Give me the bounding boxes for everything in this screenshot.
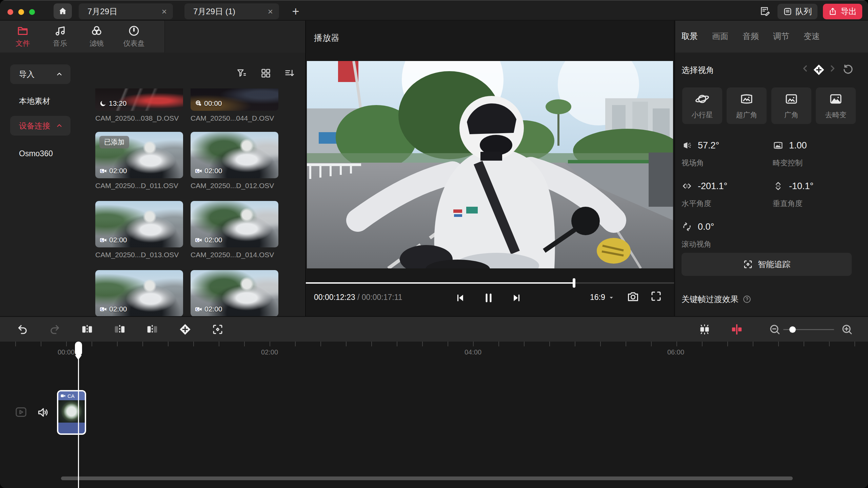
redo-button[interactable] — [49, 323, 61, 336]
media-item[interactable]: 02:00 CAM_20250...D_013.OSV — [95, 201, 183, 259]
zoom-in-button[interactable] — [841, 323, 853, 336]
chevron-right-icon — [827, 63, 837, 74]
folder-icon — [17, 25, 29, 37]
view-mode-ultrawide[interactable]: 超广角 — [727, 87, 767, 124]
playhead[interactable] — [78, 342, 79, 488]
timeline-ruler[interactable] — [15, 342, 868, 346]
snap-toggle-button[interactable] — [698, 323, 711, 336]
queue-button[interactable]: 队列 — [777, 4, 817, 19]
timeline-zoom-slider[interactable] — [783, 329, 834, 330]
library-tab-files[interactable]: 文件 — [4, 25, 41, 48]
export-button[interactable]: 导出 — [823, 4, 862, 19]
zoom-out-button[interactable] — [769, 323, 781, 336]
smart-track-button[interactable]: 智能追踪 — [682, 253, 852, 276]
keyframe-prev-button[interactable] — [800, 63, 810, 74]
360-video-icon — [195, 167, 202, 175]
zoom-window-button[interactable] — [29, 9, 35, 15]
new-tab-button[interactable]: + — [288, 4, 303, 19]
view-mode-planet[interactable]: 小行星 — [682, 87, 722, 124]
keyframe-next-button[interactable] — [827, 63, 837, 74]
timeline-horizontal-scrollbar[interactable] — [61, 476, 793, 480]
device-connect-toggle[interactable]: 设备连接 — [10, 116, 71, 136]
video-track-icon[interactable] — [14, 405, 28, 419]
trim-right-button[interactable] — [146, 323, 159, 336]
view-mode-dewarp[interactable]: 去畸变 — [816, 87, 856, 124]
library-tab-dashboard[interactable]: 仪表盘 — [115, 25, 153, 48]
media-item[interactable]: 00:00 CAM_20250...044_D.OSV — [191, 88, 278, 122]
zoom-slider-knob[interactable] — [789, 326, 796, 333]
trim-left-button[interactable] — [113, 323, 126, 336]
duration-badge: 02:00 — [109, 305, 127, 313]
media-item[interactable]: 02:00 — [95, 270, 183, 316]
sort-media-button[interactable] — [284, 68, 295, 79]
aspect-ratio-dropdown[interactable]: 16:9 — [590, 293, 614, 302]
media-thumbnail: 02:00 — [191, 132, 278, 178]
pause-button[interactable] — [483, 290, 494, 305]
timeline-clip[interactable]: CA — [57, 390, 86, 435]
fov-value-field[interactable]: 57.2° — [682, 140, 719, 151]
grid-view-button[interactable] — [260, 68, 271, 79]
media-item[interactable]: 02:00 — [191, 270, 278, 316]
distortion-image-icon — [773, 140, 784, 151]
media-item[interactable]: 02:00 CAM_20250...D_014.OSV — [191, 201, 278, 259]
pan-label: 水平角度 — [682, 199, 711, 209]
tracking-toolbar-button[interactable] — [212, 323, 224, 336]
split-clip-button[interactable] — [81, 323, 94, 336]
current-time: 00:00:12:23 — [314, 293, 355, 302]
clip-label: CA — [67, 393, 75, 399]
project-tab-1[interactable]: 7月29日 × — [79, 3, 173, 19]
previous-frame-button[interactable] — [455, 290, 465, 305]
add-keyframe-toolbar-button[interactable] — [178, 323, 192, 336]
ruler-tick-label: 06:00 — [667, 348, 684, 356]
inspector-tab-audio[interactable]: 音频 — [743, 31, 759, 42]
inspector-tab-framing[interactable]: 取景 — [682, 31, 698, 42]
inspector-tab-adjust[interactable]: 调节 — [773, 31, 789, 42]
import-section-toggle[interactable]: 导入 — [10, 64, 71, 84]
fullscreen-button[interactable] — [650, 290, 662, 302]
feedback-note-button[interactable] — [760, 5, 771, 17]
split-at-playhead-button[interactable] — [730, 323, 744, 336]
tracking-target-icon — [212, 323, 224, 336]
inspector-tab-picture[interactable]: 画面 — [712, 31, 728, 42]
timeline-area[interactable]: 00:00 02:00 04:00 06:00 CA — [0, 342, 868, 488]
minimize-window-button[interactable] — [18, 9, 24, 15]
close-window-button[interactable] — [7, 9, 13, 15]
app-window: 7月29日 × 7月29日 (1) × + 队列 导出 文件 音乐 — [0, 0, 868, 488]
media-item[interactable]: 02:00 CAM_20250...D_012.OSV — [191, 132, 278, 190]
pan-value-field[interactable]: -201.1° — [682, 181, 727, 191]
sidebar-item-local-media[interactable]: 本地素材 — [19, 96, 50, 106]
snapshot-button[interactable] — [627, 290, 639, 303]
media-item[interactable]: 已添加 02:00 CAM_20250...D_011.OSV — [95, 132, 183, 190]
undo-button[interactable] — [16, 323, 28, 336]
distortion-value-field[interactable]: 1.00 — [773, 140, 807, 151]
close-tab-1-icon[interactable]: × — [162, 7, 167, 16]
view-mode-wide[interactable]: 广角 — [771, 87, 811, 124]
close-tab-2-icon[interactable]: × — [268, 7, 273, 16]
clip-header: CA — [58, 391, 85, 400]
audio-mute-icon[interactable] — [37, 406, 50, 419]
library-tab-music[interactable]: 音乐 — [41, 25, 79, 48]
player-seek-bar[interactable] — [306, 282, 674, 284]
trim-left-icon — [113, 323, 126, 336]
view-section-title: 选择视角 — [682, 65, 714, 76]
queue-list-icon — [783, 7, 792, 16]
help-icon[interactable] — [743, 295, 751, 304]
seek-bar-handle[interactable] — [573, 278, 575, 288]
inspector-tab-speed[interactable]: 变速 — [804, 31, 820, 42]
video-preview[interactable] — [307, 61, 673, 268]
home-button[interactable] — [54, 3, 72, 19]
media-item[interactable]: 13:20 CAM_20250...038_D.OSV — [95, 88, 183, 122]
reset-view-button[interactable] — [842, 63, 854, 75]
roll-value-field[interactable]: 0.0° — [682, 221, 714, 232]
add-keyframe-button[interactable] — [812, 63, 825, 76]
fov-label: 视场角 — [682, 158, 704, 168]
pan-value: -201.1° — [698, 181, 727, 191]
project-tab-2[interactable]: 7月29日 (1) × — [184, 3, 279, 19]
playhead-handle[interactable] — [75, 342, 82, 356]
filter-media-button[interactable] — [236, 68, 247, 79]
sidebar-item-osmo360[interactable]: Osmo360 — [19, 149, 53, 158]
media-filename: CAM_20250...D_013.OSV — [95, 251, 183, 259]
library-tab-filters[interactable]: 滤镜 — [78, 25, 115, 48]
tilt-value-field[interactable]: -10.1° — [773, 181, 813, 191]
next-frame-button[interactable] — [512, 290, 522, 305]
